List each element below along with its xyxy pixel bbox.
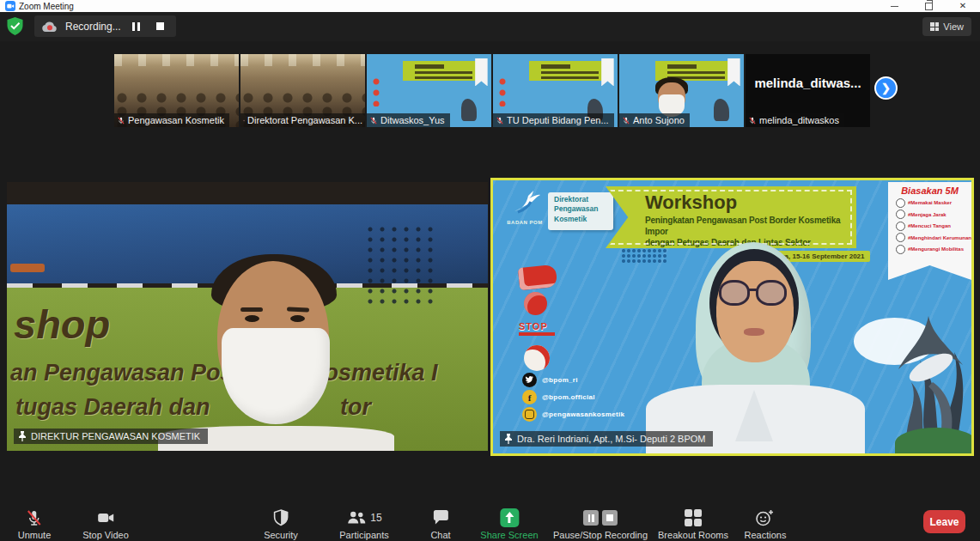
- window-title: Zoom Meeting: [19, 2, 74, 11]
- view-grid-icon: [930, 22, 939, 31]
- mini-ribbon: [475, 58, 488, 86]
- main-video-left[interactable]: shop an Pengawasan Pos Kosmetika I tugas…: [7, 182, 488, 451]
- participant-thumbnail[interactable]: Ditwaskos_Yus: [367, 54, 491, 127]
- mini-workshop-banner: [403, 61, 478, 82]
- muted-mic-icon: [25, 508, 44, 527]
- restore-icon: [925, 3, 933, 10]
- participant-thumbnail[interactable]: melinda_ditwas... melinda_ditwaskos: [746, 54, 870, 127]
- speaker-hijab-woman: [493, 180, 971, 453]
- mini-workshop-banner: [529, 61, 604, 82]
- muted-mic-icon: [117, 116, 125, 125]
- breakout-rooms-icon: [685, 509, 702, 526]
- mini-ribbon: [601, 58, 614, 86]
- participant-thumbnail[interactable]: Anto Sujono: [619, 54, 744, 127]
- title-bar: Zoom Meeting ✕: [0, 0, 980, 12]
- video-camera-icon: [96, 508, 115, 527]
- participant-name-badge: Direktorat Pengawasan K...: [240, 113, 365, 127]
- mini-campaign-logos: [373, 77, 380, 106]
- minimize-button[interactable]: [877, 0, 911, 12]
- stop-icon: [156, 22, 164, 30]
- meeting-toolbar: Unmute Stop Video Security 15 Participan…: [0, 501, 980, 541]
- participants-button[interactable]: 15 Participants: [339, 508, 388, 541]
- participant-count: 15: [370, 512, 381, 524]
- unmute-button[interactable]: Unmute: [18, 508, 52, 541]
- filmstrip-next-page-button[interactable]: ❯: [874, 76, 898, 100]
- chat-button[interactable]: Chat: [430, 508, 450, 541]
- participant-thumbnail[interactable]: TU Deputi Bidang Pen...: [493, 54, 618, 127]
- mini-statue: [714, 99, 729, 121]
- reactions-smiley-icon: [755, 508, 776, 527]
- share-screen-icon: [500, 508, 519, 527]
- participants-icon: [346, 508, 367, 527]
- breakout-rooms-button[interactable]: Breakout Rooms: [658, 508, 728, 541]
- pause-icon: [132, 22, 135, 31]
- pause-stop-recording-button[interactable]: Pause/Stop Recording: [553, 508, 648, 541]
- share-screen-button[interactable]: Share Screen: [480, 508, 538, 541]
- participant-display-name: melinda_ditwas...: [746, 54, 870, 111]
- recording-status-text: Recording...: [65, 21, 121, 33]
- encryption-shield-icon[interactable]: [7, 17, 23, 39]
- recording-cloud-icon: [41, 21, 58, 33]
- shield-icon: [271, 508, 290, 527]
- recording-indicator: Recording...: [34, 15, 176, 37]
- chevron-right-icon: ❯: [881, 82, 891, 94]
- muted-mic-icon: [243, 116, 245, 125]
- mini-ribbon: [727, 58, 740, 86]
- stop-recording-button[interactable]: [152, 19, 169, 34]
- face: [716, 261, 794, 362]
- view-button[interactable]: View: [922, 17, 971, 36]
- participant-name-badge: Pengawasan Kosmetik: [114, 113, 229, 127]
- mini-campaign-logos: [499, 77, 506, 106]
- face-mask: [222, 328, 330, 424]
- pause-recording-icon: [583, 510, 599, 526]
- stop-recording-icon: [602, 510, 618, 526]
- leave-button[interactable]: Leave: [923, 510, 965, 533]
- speaker-masked-man: [7, 182, 488, 451]
- chat-bubble-icon: [431, 508, 450, 527]
- pause-recording-button[interactable]: [128, 19, 145, 34]
- muted-mic-icon: [369, 116, 378, 125]
- muted-mic-icon: [748, 116, 757, 125]
- participant-name-badge: TU Deputi Bidang Pen...: [493, 113, 614, 127]
- glasses: [719, 280, 750, 306]
- muted-mic-icon: [496, 116, 504, 125]
- zoom-app-icon: [5, 1, 15, 11]
- main-video-right-active[interactable]: BADAN POM Direktorat Pengawasan Kosmetik…: [490, 178, 974, 456]
- participant-name-badge: Anto Sujono: [619, 113, 690, 127]
- participant-thumbnail[interactable]: Pengawasan Kosmetik: [114, 54, 239, 127]
- participant-name-badge: melinda_ditwaskos: [746, 113, 844, 127]
- restore-button[interactable]: [911, 0, 946, 12]
- view-label: View: [943, 21, 964, 32]
- participant-filmstrip: Pengawasan Kosmetik Direktorat Pengawasa…: [114, 54, 870, 127]
- close-icon: ✕: [959, 2, 966, 10]
- zoom-meeting-window: Zoom Meeting ✕ Recording... View Pen: [0, 0, 980, 541]
- close-button[interactable]: ✕: [946, 0, 980, 12]
- reactions-button[interactable]: Reactions: [745, 508, 787, 541]
- mini-statue: [461, 99, 477, 121]
- pin-icon: [18, 431, 27, 441]
- participant-name-badge: Ditwaskos_Yus: [367, 113, 450, 127]
- pin-icon: [504, 434, 513, 444]
- security-button[interactable]: Security: [264, 508, 298, 541]
- meeting-top-bar: Recording... View: [0, 12, 980, 41]
- window-controls: ✕: [877, 0, 980, 12]
- pinned-speaker-label: Dra. Reri Indriani, Apt., M.Si- Deputi 2…: [500, 431, 713, 447]
- pinned-speaker-label: DIREKTUR PENGAWASAN KOSMETIK: [14, 429, 208, 444]
- stop-video-button[interactable]: Stop Video: [82, 508, 129, 541]
- muted-mic-icon: [622, 116, 630, 125]
- minimize-icon: [891, 6, 898, 7]
- participant-thumbnail[interactable]: Direktorat Pengawasan K...: [240, 54, 365, 127]
